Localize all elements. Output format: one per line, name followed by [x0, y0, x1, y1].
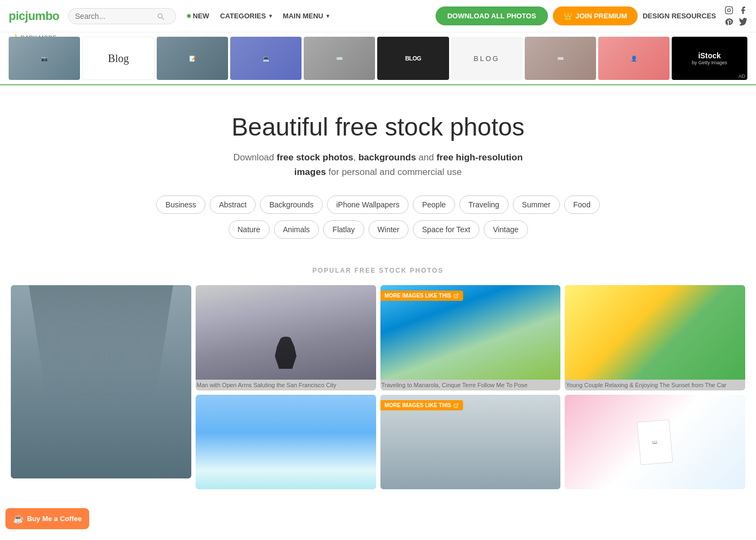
- istock-ad[interactable]: iStock by Getty Images AD: [672, 37, 747, 80]
- logo[interactable]: picjumbo: [9, 9, 59, 23]
- more-images-text-6: MORE IMAGES LIKE THIS: [385, 402, 451, 408]
- category-business[interactable]: Business: [156, 195, 205, 214]
- nav-new[interactable]: NEW: [187, 12, 209, 20]
- svg-rect-0: [725, 6, 732, 14]
- thumb-8[interactable]: ⌨️: [525, 37, 596, 80]
- category-space-for-text[interactable]: Space for Text: [413, 220, 479, 239]
- svg-point-2: [731, 8, 731, 8]
- nav-main-menu[interactable]: MAIN MENU ▾: [283, 12, 329, 20]
- thumb-1[interactable]: 📷: [9, 37, 80, 80]
- external-link-icon-2: [453, 403, 459, 408]
- category-food[interactable]: Food: [564, 195, 600, 214]
- svg-point-1: [727, 9, 730, 11]
- more-images-text: MORE IMAGES LIKE THIS: [385, 293, 451, 299]
- search-icon: [156, 12, 165, 21]
- thumbnail-strip: 📷 Blog 📝 💻 ⌨️ BLOG BLOG ⌨️ 👤 iStock by G…: [0, 32, 756, 85]
- photo-card-3[interactable]: [11, 285, 191, 478]
- thumb-3[interactable]: 📝: [157, 37, 228, 80]
- popular-title: POPULAR FREE STOCK PHOTOS: [11, 267, 745, 274]
- photo-1-title: Man with Open Arms Saluting the San Fran…: [196, 380, 376, 390]
- hero-description: Download free stock photos, backgrounds …: [227, 150, 530, 179]
- more-images-badge-6[interactable]: MORE IMAGES LIKE THIS: [380, 400, 463, 410]
- category-animals[interactable]: Animals: [274, 220, 319, 239]
- social-icons: [725, 6, 747, 26]
- new-dot: [187, 14, 191, 18]
- design-resources-link[interactable]: DESIGN RESOURCES: [643, 12, 716, 20]
- popular-section: POPULAR FREE STOCK PHOTOS Man with Open …: [0, 261, 756, 500]
- thumb-4[interactable]: 💻: [230, 37, 302, 80]
- photo-4-title: Young Couple Relaxing & Enjoying The Sun…: [565, 380, 745, 390]
- category-people[interactable]: People: [413, 195, 455, 214]
- photo-card-1[interactable]: Man with Open Arms Saluting the San Fran…: [196, 285, 376, 390]
- category-backgrounds[interactable]: Backgrounds: [260, 195, 323, 214]
- more-images-badge-2[interactable]: MORE IMAGES LIKE THIS: [380, 291, 463, 301]
- ad-badge: AD: [738, 73, 745, 79]
- category-iphone-wallpapers[interactable]: iPhone Wallpapers: [327, 195, 409, 214]
- thumb-7[interactable]: BLOG: [451, 37, 523, 80]
- category-tags-row2: Nature Animals Flatlay Winter Space for …: [11, 220, 745, 239]
- photo-card-6[interactable]: MORE IMAGES LIKE THIS: [380, 395, 561, 489]
- istock-sub: by Getty Images: [692, 60, 727, 65]
- crown-icon: 👑: [564, 12, 572, 20]
- category-tags-row1: Business Abstract Backgrounds iPhone Wal…: [11, 195, 745, 214]
- category-traveling[interactable]: Traveling: [459, 195, 509, 214]
- photo-grid: Man with Open Arms Saluting the San Fran…: [11, 285, 745, 489]
- photo-card-4[interactable]: Young Couple Relaxing & Enjoying The Sun…: [565, 285, 745, 390]
- category-nature[interactable]: Nature: [229, 220, 270, 239]
- join-premium-button[interactable]: 👑 JOIN PREMIUM: [553, 6, 638, 25]
- external-link-icon: [453, 293, 459, 299]
- navbar: picjumbo NEW CATEGORIES ▾ MAIN MENU ▾ DO…: [0, 0, 756, 32]
- thumb-6[interactable]: BLOG: [377, 37, 449, 80]
- instagram-icon[interactable]: [725, 6, 733, 15]
- photo-card-5[interactable]: [196, 395, 376, 489]
- search-box[interactable]: [68, 8, 176, 24]
- pinterest-icon[interactable]: [725, 18, 733, 26]
- category-winter[interactable]: Winter: [369, 220, 409, 239]
- search-input[interactable]: [75, 12, 156, 21]
- istock-logo: iStock: [698, 51, 721, 60]
- category-flatlay[interactable]: Flatlay: [323, 220, 364, 239]
- photo-card-7[interactable]: 📖: [565, 395, 745, 489]
- thumb-5[interactable]: ⌨️: [304, 37, 375, 80]
- twitter-icon[interactable]: [739, 18, 747, 26]
- photo-2-title: Traveling to Manarola, Cinque Terre Foll…: [380, 380, 561, 390]
- facebook-icon[interactable]: [739, 6, 747, 15]
- download-all-button[interactable]: DOWNLOAD ALL PHOTOS: [436, 6, 548, 25]
- chevron-down-icon: ▾: [269, 13, 272, 19]
- hero-title: Beautiful free stock photos: [11, 112, 745, 141]
- category-vintage[interactable]: Vintage: [484, 220, 527, 239]
- thumb-2[interactable]: Blog: [82, 37, 155, 80]
- photo-card-2[interactable]: MORE IMAGES LIKE THIS Traveling to Manar…: [380, 285, 561, 390]
- category-abstract[interactable]: Abstract: [210, 195, 256, 214]
- thumb-9[interactable]: 👤: [598, 37, 670, 80]
- chevron-down-icon: ▾: [326, 13, 329, 19]
- category-summer[interactable]: Summer: [513, 195, 560, 214]
- nav-links: NEW CATEGORIES ▾ MAIN MENU ▾: [187, 12, 436, 20]
- hero-section: Beautiful free stock photos Download fre…: [0, 85, 756, 261]
- nav-categories[interactable]: CATEGORIES ▾: [220, 12, 272, 20]
